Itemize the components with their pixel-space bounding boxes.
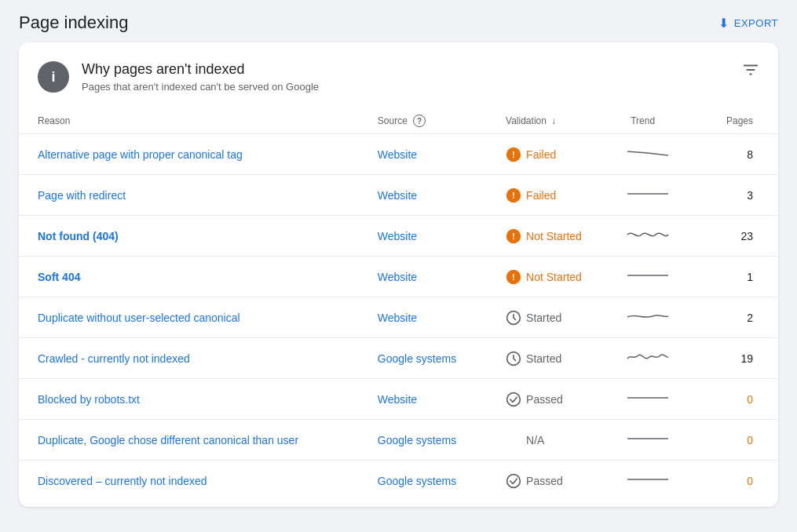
source-help-icon[interactable]: ? — [413, 115, 426, 127]
table-row: Blocked by robots.txt Website Passed 0 — [19, 379, 778, 420]
table-row: Crawled - currently not indexed Google s… — [19, 338, 778, 379]
filter-icon[interactable] — [742, 61, 759, 82]
page-header: Page indexing ⬇ EXPORT — [0, 0, 797, 42]
svg-text:!: ! — [512, 149, 515, 159]
reason-link[interactable]: Page with redirect — [38, 189, 126, 202]
pages-cell: 19 — [696, 338, 778, 379]
col-source: Source ? — [359, 108, 487, 134]
svg-point-12 — [507, 392, 521, 406]
trend-cell — [612, 461, 696, 501]
pages-cell: 0 — [696, 420, 778, 461]
trend-cell — [612, 257, 696, 297]
table-row: Duplicate, Google chose different canoni… — [19, 420, 778, 461]
pages-cell: 8 — [696, 134, 778, 175]
validation-cell: Passed — [487, 461, 612, 501]
validation-cell: ! Failed — [487, 134, 612, 175]
svg-text:!: ! — [512, 190, 515, 200]
page-title: Page indexing — [19, 13, 128, 33]
source-text: Google systems — [378, 475, 456, 487]
table-row: Page with redirect Website ! Failed 3 — [19, 175, 778, 216]
source-text: Website — [378, 393, 417, 406]
validation-label: Started — [526, 312, 561, 324]
validation-label: Not Started — [526, 271, 582, 283]
svg-point-15 — [507, 474, 521, 487]
source-cell: Website — [359, 257, 487, 297]
reason-link[interactable]: Soft 404 — [38, 271, 80, 283]
card-title: Why pages aren't indexed — [82, 61, 319, 78]
validation-icon: ! — [506, 228, 521, 244]
sort-arrow-icon: ↓ — [551, 115, 556, 126]
source-text: Website — [378, 230, 417, 242]
validation-icon — [506, 473, 521, 489]
card-header: i Why pages aren't indexed Pages that ar… — [19, 61, 778, 108]
reason-link[interactable]: Crawled - currently not indexed — [38, 352, 190, 365]
pages-cell: 1 — [696, 257, 778, 297]
trend-cell — [612, 379, 696, 420]
reason-cell: Page with redirect — [19, 175, 359, 216]
source-text: Google systems — [378, 352, 456, 365]
validation-cell: ! Not Started — [487, 257, 612, 297]
source-cell: Website — [359, 134, 487, 175]
trend-chart — [624, 395, 671, 408]
pages-cell: 0 — [696, 379, 778, 420]
validation-label: Started — [526, 352, 561, 365]
trend-cell — [612, 134, 696, 175]
source-cell: Website — [359, 216, 487, 257]
source-text: Website — [378, 271, 417, 283]
table-row: Alternative page with proper canonical t… — [19, 134, 778, 175]
trend-chart — [624, 191, 671, 204]
reason-link[interactable]: Blocked by robots.txt — [38, 393, 140, 406]
validation-cell: N/A — [487, 420, 612, 461]
validation-label: N/A — [526, 434, 544, 446]
reason-link[interactable]: Discovered – currently not indexed — [38, 475, 207, 487]
reason-cell: Duplicate, Google chose different canoni… — [19, 420, 359, 461]
source-text: Google systems — [378, 434, 456, 446]
validation-label: Passed — [526, 475, 563, 487]
trend-chart — [624, 273, 671, 286]
pages-cell: 2 — [696, 297, 778, 338]
trend-cell — [612, 338, 696, 379]
reason-link[interactable]: Not found (404) — [38, 230, 119, 242]
table-row: Soft 404 Website ! Not Started 1 — [19, 257, 778, 297]
svg-text:!: ! — [512, 271, 515, 282]
trend-chart — [624, 232, 671, 245]
reason-link[interactable]: Duplicate without user-selected canonica… — [38, 312, 240, 324]
table-row: Not found (404) Website ! Not Started 23 — [19, 216, 778, 257]
reason-cell: Soft 404 — [19, 257, 359, 297]
trend-chart — [624, 151, 671, 163]
reason-cell: Alternative page with proper canonical t… — [19, 134, 359, 175]
reason-cell: Duplicate without user-selected canonica… — [19, 297, 359, 338]
source-cell: Website — [359, 379, 487, 420]
table-header-row: Reason Source ? Validation ↓ Trend Pages — [19, 108, 778, 134]
download-icon: ⬇ — [718, 16, 729, 31]
trend-cell — [612, 297, 696, 338]
export-button[interactable]: ⬇ EXPORT — [718, 16, 778, 31]
card-subtitle: Pages that aren't indexed can't be serve… — [82, 81, 319, 93]
col-validation[interactable]: Validation ↓ — [487, 108, 612, 134]
validation-label: Not Started — [526, 230, 582, 242]
validation-cell: Started — [487, 338, 612, 379]
validation-icon: ! — [506, 269, 521, 285]
source-cell: Google systems — [359, 420, 487, 461]
reason-cell: Crawled - currently not indexed — [19, 338, 359, 379]
validation-label: Failed — [526, 189, 556, 202]
reason-link[interactable]: Duplicate, Google chose different canoni… — [38, 434, 298, 446]
trend-cell — [612, 420, 696, 461]
trend-chart — [624, 477, 671, 490]
validation-cell: ! Not Started — [487, 216, 612, 257]
reason-link[interactable]: Alternative page with proper canonical t… — [38, 148, 243, 161]
pages-cell: 3 — [696, 175, 778, 216]
validation-icon: ! — [506, 147, 521, 162]
validation-icon — [506, 351, 521, 366]
card-header-left: i Why pages aren't indexed Pages that ar… — [38, 61, 319, 93]
validation-cell: Started — [487, 297, 612, 338]
trend-chart — [624, 355, 671, 367]
indexing-table: Reason Source ? Validation ↓ Trend Pages — [19, 108, 778, 501]
col-pages: Pages — [696, 108, 778, 134]
reason-cell: Not found (404) — [19, 216, 359, 257]
validation-label: Failed — [526, 148, 556, 161]
pages-cell: 23 — [696, 216, 778, 257]
source-cell: Website — [359, 297, 487, 338]
source-cell: Website — [359, 175, 487, 216]
trend-cell — [612, 216, 696, 257]
